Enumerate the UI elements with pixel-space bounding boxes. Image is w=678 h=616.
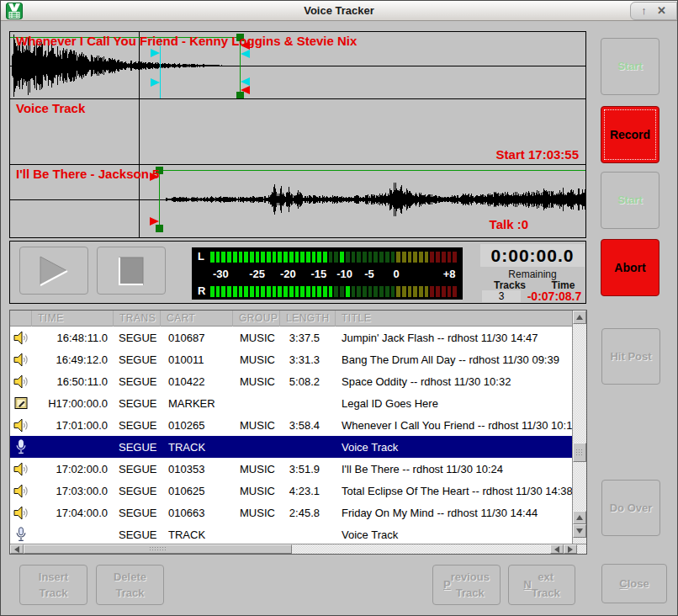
up-arrow-icon [576,315,583,320]
insert-track-button[interactable]: InsertTrack [19,565,87,605]
speaker-icon [13,353,29,367]
marker-note-icon [14,396,29,410]
playhead-line [139,32,140,237]
next-track-button[interactable]: NextTrack [508,565,575,605]
track-segment-voice[interactable]: Voice Track Start 17:03:55 [10,99,585,165]
fadeout-handle-icon[interactable] [151,78,160,87]
elapsed-time-display: 0:00:00.0 [480,244,585,267]
delete-track-button[interactable]: DeleteTrack [96,565,164,605]
cell-time: 17:03:00.0 [32,485,114,497]
scroll-left-button[interactable] [10,544,24,554]
close-window-button[interactable]: ✕ [657,3,666,19]
thumb-grip-icon [575,449,584,456]
start-button-1[interactable]: Start [601,38,659,95]
table-row[interactable]: SEGUETRACKVoice Track [10,436,572,458]
scroll-left-button-2[interactable] [550,544,564,554]
speaker-icon [10,374,32,389]
log-header-length: LENGTH [280,311,336,327]
scroll-down-button[interactable] [573,524,586,538]
close-button[interactable]: Close [601,564,667,603]
meter-segment [312,252,316,263]
meter-segment [295,286,299,297]
meter-segment [352,286,356,297]
meter-segment [368,286,373,297]
table-row[interactable]: 16:50:11.0SEGUE010422MUSIC5:08.2Space Od… [10,370,572,392]
voice-tracker-window: Voice Tracker ↑ ✕ Whenever I Call You Fr… [0,0,678,616]
track-title: Voice Track [16,101,85,115]
speaker-icon [10,353,32,367]
meter-scale-label: +8 [443,268,456,280]
stop-button[interactable] [97,247,166,295]
table-row[interactable]: 17:02:00.0SEGUE010353MUSIC3:51.9I'll Be … [10,458,572,480]
horizontal-scrollbar[interactable] [10,544,586,554]
horizontal-scroll-thumb[interactable] [24,544,292,554]
track-segment-after[interactable]: I'll Be There - Jackson 5 Talk :0 [10,165,585,236]
log-header-time: TIME [32,311,114,327]
meter-segment [363,252,367,263]
waveform-centerline [10,199,585,200]
scroll-up-button[interactable] [573,311,586,324]
meter-segment [323,252,327,263]
cell-length: 3:31.3 [280,353,336,366]
cell-trans: SEGUE [114,485,161,497]
table-row[interactable]: 17:01:00.0SEGUE010265MUSIC3:58.4Whenever… [10,414,572,436]
fade-marker-handle-icon[interactable] [241,77,250,86]
meter-segment [413,252,417,263]
down-arrow-icon [576,528,583,534]
track-segment-before[interactable]: Whenever I Call You Friend - Kenny Loggi… [10,32,585,99]
up-arrow-icon [576,515,583,520]
meter-segment [357,286,361,297]
meter-segment [425,286,429,297]
start-handle-bottom-icon[interactable] [156,225,163,232]
play-button[interactable] [19,247,88,295]
table-row[interactable]: 16:48:11.0SEGUE010687MUSIC3:37.5Jumpin' … [10,327,572,348]
cell-title: Voice Track [336,441,572,454]
table-row[interactable]: 16:49:12.0SEGUE010011MUSIC3:31.3Bang The… [10,348,572,370]
fadeout-handle-icon[interactable] [151,49,160,57]
cell-cart: TRACK [161,528,233,541]
voice-track-editor[interactable]: Whenever I Call You Friend - Kenny Loggi… [9,31,586,238]
waveform-centerline [10,66,585,66]
meter-segment [442,286,446,297]
hit-post-button[interactable]: Hit Post [601,328,660,385]
cell-trans: SEGUE [114,419,161,432]
fade-marker-handle-icon[interactable] [241,50,250,58]
microphone-icon [10,527,32,542]
meter-segment [256,252,260,263]
meter-segment [267,252,271,263]
titlebar[interactable]: Voice Tracker ↑ ✕ [1,1,677,21]
vertical-scrollbar[interactable] [572,311,586,544]
table-row[interactable]: 17:04:00.0SEGUE010663MUSIC2:45.8Friday O… [10,502,572,523]
meter-segment [436,252,440,263]
track-talk-time: Talk :0 [490,217,528,231]
meter-left-bar [210,252,457,263]
table-row[interactable]: SEGUETRACKVoice Track [10,523,572,545]
vertical-scroll-thumb[interactable] [573,443,586,462]
speaker-icon [13,418,29,433]
scroll-up-button-2[interactable] [573,511,586,524]
meter-scale-label: -15 [311,268,327,280]
start-button-2[interactable]: Start [601,172,659,229]
meter-segment [391,286,395,297]
speaker-icon [13,462,29,476]
do-over-button[interactable]: Do Over [601,480,660,536]
table-row[interactable]: H17:00:00.0SEGUEMARKERLegal ID Goes Here [10,392,572,414]
meter-segment [233,252,237,263]
cell-cart: MARKER [161,397,233,410]
previous-track-button[interactable]: PreviousTrack [432,565,501,605]
start-marker-handle-icon[interactable] [150,217,159,226]
shade-window-button[interactable]: ↑ [641,3,647,19]
meter-segment [357,252,361,263]
record-button[interactable]: Record [601,106,659,163]
abort-button[interactable]: Abort [601,239,659,296]
cell-title: I'll Be There -- rdhost 11/30 10:24 [336,463,572,475]
cell-group: MUSIC [233,419,280,432]
table-row[interactable]: 17:03:00.0SEGUE010625MUSIC4:23.1Total Ec… [10,480,572,502]
scroll-right-button[interactable] [564,544,577,554]
cell-cart: TRACK [161,441,233,454]
meter-segment [312,286,316,297]
meter-segment [289,286,294,297]
end-marker-handle-icon[interactable] [241,86,250,94]
meter-scale-label: -10 [336,268,352,280]
meter-segment [379,286,384,297]
